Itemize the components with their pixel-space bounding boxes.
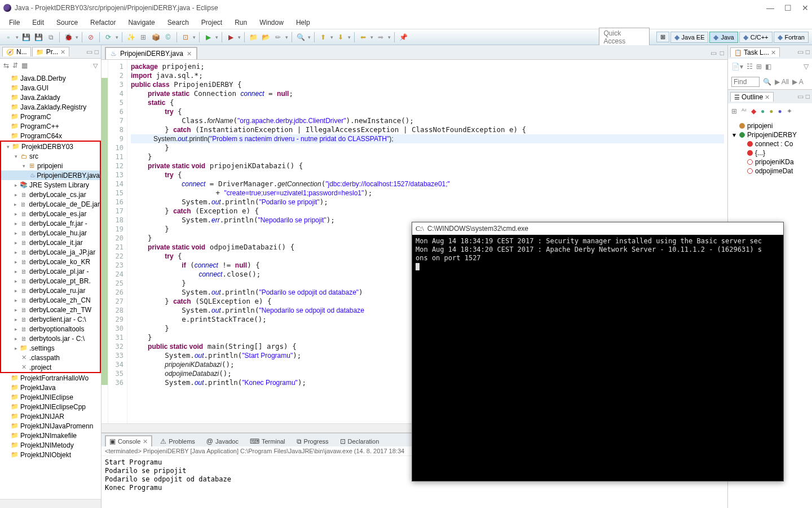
outline-tab[interactable]: ☰ Outline ✕	[730, 92, 774, 102]
run-icon[interactable]: ▶	[203, 32, 213, 42]
task-find-input[interactable]	[731, 77, 760, 87]
tree-item[interactable]: 📁Java.Zaklady	[0, 93, 101, 102]
task-list-tab[interactable]: 📋 Task L... ✕	[730, 47, 780, 57]
menu-edit[interactable]: Edit	[27, 17, 50, 28]
perspective-fortran[interactable]: ◆Fortran	[774, 32, 809, 43]
tree-item[interactable]: 📁ProjektJNIJAR	[0, 411, 101, 421]
cmd-window[interactable]: C:\ C:\WINDOWS\system32\cmd.exe Mon Aug …	[412, 222, 784, 481]
menu-navigate[interactable]: Navigate	[122, 17, 160, 28]
tree-item[interactable]: 📁Java.DB.Derby	[0, 73, 101, 83]
tree-item[interactable]: 📁ProjektJNIMetody	[0, 440, 101, 450]
new-task-icon[interactable]: 📄▾	[731, 63, 743, 71]
tree-item[interactable]: ▸🗎derbyLocale_zh_CN	[1, 295, 100, 305]
bottom-tab-terminal[interactable]: ⌨Terminal	[246, 436, 289, 446]
menu-window[interactable]: Window	[254, 17, 289, 28]
save-all-icon[interactable]: 💾	[33, 32, 43, 42]
debug-icon[interactable]: 🐞	[63, 32, 73, 42]
ext-tools-icon[interactable]: ▶	[226, 32, 236, 42]
tree-item[interactable]: ♨PripojeniDERBY.java	[1, 170, 100, 180]
pin-icon[interactable]: 📌	[398, 32, 408, 42]
collapse-all-icon[interactable]: ⇆	[3, 62, 9, 69]
new-proj-icon[interactable]: 📁	[248, 32, 258, 42]
tree-item[interactable]: 📁ProgramC++	[0, 121, 101, 131]
close-icon[interactable]: ✕	[187, 50, 192, 58]
tree-item[interactable]: ▸🗎derbyLocale_ko_KR	[1, 257, 100, 266]
tree-item[interactable]: ▾🗀src	[1, 151, 100, 161]
open-task-icon[interactable]: ⊡	[180, 32, 191, 42]
back-icon[interactable]: ⬅	[358, 32, 368, 42]
editor-tab-pripojeni[interactable]: ♨ PripojeniDERBY.java ✕	[105, 47, 197, 59]
close-icon[interactable]: ✕	[771, 49, 776, 56]
tree-item[interactable]: ▾⊞pripojeni	[1, 161, 100, 170]
tree-item[interactable]: ▾📁ProjektDERBY03	[1, 142, 100, 151]
maximize-icon[interactable]: □	[806, 48, 810, 56]
skip-icon[interactable]: ⊘	[86, 32, 96, 42]
focus-outline-icon[interactable]: ✦	[787, 107, 792, 115]
minimize-icon[interactable]: ▭	[86, 48, 92, 56]
menu-project[interactable]: Project	[196, 17, 228, 28]
open-perspective-button[interactable]: ⊞	[656, 32, 669, 42]
tree-item[interactable]: ▸🗎derbyLocale_de_DE.jar	[1, 199, 100, 209]
tree-layout-icon[interactable]: ▦	[21, 62, 28, 69]
format-icon[interactable]: ✏	[273, 32, 283, 42]
tree-item[interactable]: ▸🗎derbyLocale_pt_BR.	[1, 276, 100, 286]
outline-item[interactable]: odpojimeDat	[729, 167, 811, 176]
tree-item[interactable]: ▸🗎derbyLocale_cs.jar	[1, 190, 100, 199]
focus-icon[interactable]: ◧	[765, 63, 771, 71]
all-button[interactable]: ▶ All	[775, 78, 789, 86]
tree-item[interactable]: ✕.classpath	[1, 353, 100, 362]
tree-item[interactable]: 📁Java.Zaklady.Registry	[0, 102, 101, 112]
menu-search[interactable]: Search	[162, 17, 195, 28]
tree-item[interactable]: 📁ProjektJNImakefile	[0, 431, 101, 440]
tree-item[interactable]: ▸🗎derbyLocale_fr.jar -	[1, 218, 100, 228]
bottom-tab-javadoc[interactable]: @Javadoc	[203, 436, 242, 446]
bottom-tab-problems[interactable]: ⚠Problems	[157, 436, 198, 446]
tree-item[interactable]: 📁ProjektJNIJavaPromenn	[0, 421, 101, 431]
tree-item[interactable]: 📁ProjektFortranHalloWo	[0, 373, 101, 383]
az-icon[interactable]: ᴬᶻ	[742, 107, 747, 115]
outline-item[interactable]: pripojeniKDa	[729, 157, 811, 167]
tree-item[interactable]: ▸🗎derbyLocale_hu.jar	[1, 228, 100, 238]
tree-item[interactable]: 📁Java.GUI	[0, 83, 101, 93]
line-gutter[interactable]: 1234567891011121314151617181920212223242…	[108, 60, 127, 423]
new-package-icon[interactable]: 📦	[151, 32, 161, 42]
project-explorer-tab[interactable]: 📁 Pr... ✕	[32, 47, 69, 56]
tree-item[interactable]: ▸🗎derbytools.jar - C:\	[1, 334, 100, 343]
tree-item[interactable]: 📁ProjektJNIEclipseCpp	[0, 402, 101, 411]
outline-item[interactable]: connect : Co	[729, 139, 811, 148]
schedule-icon[interactable]: ⊞	[756, 63, 762, 71]
tree-item[interactable]: ▸🗎derbyLocale_pl.jar -	[1, 266, 100, 276]
next-annotation-icon[interactable]: ⬇	[336, 32, 346, 42]
tree-item[interactable]: 📁ProgramC	[0, 112, 101, 121]
view-menu-icon[interactable]: ▽	[93, 62, 98, 69]
quick-access-input[interactable]: Quick Access	[599, 28, 650, 47]
tree-item[interactable]: ▸📚JRE System Library	[1, 180, 100, 190]
perspective-javaee[interactable]: ◆Java EE	[670, 32, 709, 43]
link-editor-icon[interactable]: ⇵	[12, 62, 18, 69]
tree-item[interactable]: ▸🗎derbyLocale_es.jar	[1, 209, 100, 218]
hide-nonpublic-icon[interactable]: ●	[769, 107, 773, 115]
tree-item[interactable]: ▸📁.settings	[1, 343, 100, 353]
bottom-tab-declaration[interactable]: ⊡Declaration	[337, 436, 383, 446]
menu-help[interactable]: Help	[290, 17, 316, 28]
outline-item[interactable]: ▾PripojeniDERBY	[729, 130, 811, 139]
maximize-editor-icon[interactable]: □	[720, 49, 724, 57]
outline-item[interactable]: pripojeni	[729, 121, 811, 130]
new-folder-icon[interactable]: 📂	[261, 32, 271, 42]
menu-run[interactable]: Run	[229, 17, 253, 28]
search-icon[interactable]: 🔍	[763, 78, 771, 86]
bottom-tab-console[interactable]: ▣Console ✕	[105, 435, 152, 446]
search-icon[interactable]: 🔍	[295, 32, 306, 42]
tree-item[interactable]: ▸🗎derbyLocale_it.jar	[1, 238, 100, 247]
maximize-icon[interactable]: □	[806, 93, 810, 100]
tree-item[interactable]: 📁ProjektJava	[0, 383, 101, 392]
menu-source[interactable]: Source	[51, 17, 83, 28]
hide-local-icon[interactable]: ●	[778, 107, 782, 115]
close-icon[interactable]: ✕	[143, 438, 148, 445]
tree-item[interactable]: 📁ProjektJNIEclipse	[0, 392, 101, 402]
new-icon[interactable]: ▫	[3, 32, 14, 42]
new-class-icon[interactable]: ©	[163, 32, 173, 42]
bottom-tab-progress[interactable]: ⧉Progress	[293, 436, 332, 446]
outline-item[interactable]: {...}	[729, 148, 811, 157]
minimize-icon[interactable]: ▭	[797, 48, 804, 56]
